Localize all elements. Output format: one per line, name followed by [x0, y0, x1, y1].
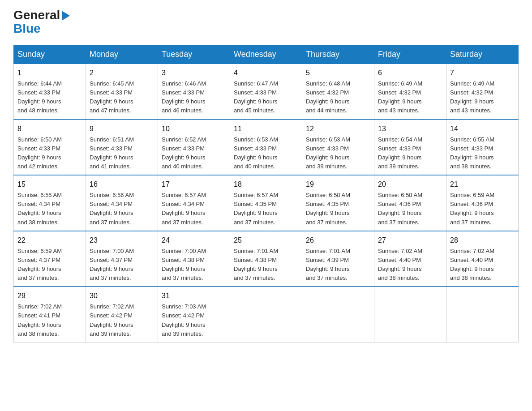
day-info: Sunrise: 6:59 AMSunset: 4:36 PMDaylight:… [450, 191, 515, 227]
calendar-cell: 9Sunrise: 6:51 AMSunset: 4:33 PMDaylight… [86, 120, 158, 176]
day-info: Sunrise: 6:44 AMSunset: 4:33 PMDaylight:… [17, 79, 82, 116]
day-number: 1 [17, 68, 82, 78]
day-info: Sunrise: 7:02 AMSunset: 4:41 PMDaylight:… [17, 302, 82, 338]
weekday-header-saturday: Saturday [446, 45, 519, 64]
calendar-cell [302, 287, 374, 342]
day-info: Sunrise: 6:51 AMSunset: 4:33 PMDaylight:… [90, 135, 154, 171]
calendar-cell: 26Sunrise: 7:01 AMSunset: 4:39 PMDayligh… [302, 231, 374, 287]
day-info: Sunrise: 7:01 AMSunset: 4:38 PMDaylight:… [234, 247, 298, 283]
day-info: Sunrise: 7:02 AMSunset: 4:42 PMDaylight:… [90, 302, 154, 338]
calendar-cell: 28Sunrise: 7:02 AMSunset: 4:40 PMDayligh… [446, 231, 519, 287]
day-number: 10 [162, 124, 226, 134]
calendar-cell: 8Sunrise: 6:50 AMSunset: 4:33 PMDaylight… [14, 120, 86, 176]
day-number: 2 [90, 68, 154, 78]
day-number: 19 [306, 179, 370, 190]
day-number: 14 [450, 124, 515, 134]
day-number: 25 [234, 235, 298, 246]
day-info: Sunrise: 6:57 AMSunset: 4:34 PMDaylight:… [162, 191, 226, 227]
day-number: 29 [17, 291, 82, 301]
calendar-cell: 12Sunrise: 6:53 AMSunset: 4:33 PMDayligh… [302, 120, 374, 176]
calendar-cell: 15Sunrise: 6:55 AMSunset: 4:34 PMDayligh… [14, 175, 86, 231]
day-info: Sunrise: 7:00 AMSunset: 4:38 PMDaylight:… [162, 247, 226, 283]
calendar-cell: 4Sunrise: 6:47 AMSunset: 4:33 PMDaylight… [230, 64, 302, 120]
day-info: Sunrise: 6:49 AMSunset: 4:32 PMDaylight:… [378, 79, 442, 116]
weekday-header-thursday: Thursday [302, 45, 374, 64]
day-info: Sunrise: 6:45 AMSunset: 4:33 PMDaylight:… [90, 79, 154, 116]
day-number: 16 [90, 179, 154, 190]
calendar-cell [446, 287, 519, 342]
day-number: 30 [90, 291, 154, 301]
calendar-cell: 31Sunrise: 7:03 AMSunset: 4:42 PMDayligh… [158, 287, 230, 342]
day-number: 23 [90, 235, 154, 246]
calendar-cell [230, 287, 302, 342]
day-number: 17 [162, 179, 226, 190]
day-info: Sunrise: 6:50 AMSunset: 4:33 PMDaylight:… [17, 135, 82, 171]
day-info: Sunrise: 6:53 AMSunset: 4:33 PMDaylight:… [306, 135, 370, 171]
day-number: 6 [378, 68, 442, 78]
day-number: 12 [306, 124, 370, 134]
logo: General Blue [13, 9, 70, 36]
day-info: Sunrise: 7:00 AMSunset: 4:37 PMDaylight:… [90, 247, 154, 283]
day-info: Sunrise: 6:59 AMSunset: 4:37 PMDaylight:… [17, 247, 82, 283]
day-number: 18 [234, 179, 298, 190]
calendar-cell: 16Sunrise: 6:56 AMSunset: 4:34 PMDayligh… [86, 175, 158, 231]
day-info: Sunrise: 6:57 AMSunset: 4:35 PMDaylight:… [234, 191, 298, 227]
day-number: 3 [162, 68, 226, 78]
calendar-cell: 22Sunrise: 6:59 AMSunset: 4:37 PMDayligh… [14, 231, 86, 287]
calendar-week-3: 15Sunrise: 6:55 AMSunset: 4:34 PMDayligh… [14, 175, 519, 231]
calendar-cell: 3Sunrise: 6:46 AMSunset: 4:33 PMDaylight… [158, 64, 230, 120]
calendar-cell: 14Sunrise: 6:55 AMSunset: 4:33 PMDayligh… [446, 120, 519, 176]
day-info: Sunrise: 6:46 AMSunset: 4:33 PMDaylight:… [162, 79, 226, 116]
calendar-cell: 7Sunrise: 6:49 AMSunset: 4:32 PMDaylight… [446, 64, 519, 120]
day-info: Sunrise: 6:52 AMSunset: 4:33 PMDaylight:… [162, 135, 226, 171]
day-info: Sunrise: 6:56 AMSunset: 4:34 PMDaylight:… [90, 191, 154, 227]
day-number: 26 [306, 235, 370, 246]
day-number: 15 [17, 179, 82, 190]
day-info: Sunrise: 6:53 AMSunset: 4:33 PMDaylight:… [234, 135, 298, 171]
day-number: 28 [450, 235, 515, 246]
calendar-cell: 2Sunrise: 6:45 AMSunset: 4:33 PMDaylight… [86, 64, 158, 120]
day-number: 8 [17, 124, 82, 134]
day-info: Sunrise: 7:02 AMSunset: 4:40 PMDaylight:… [378, 247, 442, 283]
calendar-cell: 1Sunrise: 6:44 AMSunset: 4:33 PMDaylight… [14, 64, 86, 120]
calendar-cell [374, 287, 446, 342]
calendar-cell: 17Sunrise: 6:57 AMSunset: 4:34 PMDayligh… [158, 175, 230, 231]
calendar-cell: 13Sunrise: 6:54 AMSunset: 4:33 PMDayligh… [374, 120, 446, 176]
day-number: 9 [90, 124, 154, 134]
calendar-week-2: 8Sunrise: 6:50 AMSunset: 4:33 PMDaylight… [14, 120, 519, 176]
calendar-cell: 27Sunrise: 7:02 AMSunset: 4:40 PMDayligh… [374, 231, 446, 287]
day-info: Sunrise: 6:55 AMSunset: 4:33 PMDaylight:… [450, 135, 515, 171]
calendar-week-5: 29Sunrise: 7:02 AMSunset: 4:41 PMDayligh… [14, 287, 519, 342]
weekday-header-friday: Friday [374, 45, 446, 64]
logo-blue: Blue [13, 21, 41, 35]
calendar-cell: 20Sunrise: 6:58 AMSunset: 4:36 PMDayligh… [374, 175, 446, 231]
weekday-header-sunday: Sunday [14, 45, 86, 64]
calendar-cell: 6Sunrise: 6:49 AMSunset: 4:32 PMDaylight… [374, 64, 446, 120]
calendar-cell: 25Sunrise: 7:01 AMSunset: 4:38 PMDayligh… [230, 231, 302, 287]
day-number: 11 [234, 124, 298, 134]
calendar-week-4: 22Sunrise: 6:59 AMSunset: 4:37 PMDayligh… [14, 231, 519, 287]
day-number: 5 [306, 68, 370, 78]
calendar-cell: 29Sunrise: 7:02 AMSunset: 4:41 PMDayligh… [14, 287, 86, 342]
calendar-cell: 11Sunrise: 6:53 AMSunset: 4:33 PMDayligh… [230, 120, 302, 176]
calendar-cell: 5Sunrise: 6:48 AMSunset: 4:32 PMDaylight… [302, 64, 374, 120]
calendar-cell: 18Sunrise: 6:57 AMSunset: 4:35 PMDayligh… [230, 175, 302, 231]
calendar-cell: 10Sunrise: 6:52 AMSunset: 4:33 PMDayligh… [158, 120, 230, 176]
calendar-header-row: SundayMondayTuesdayWednesdayThursdayFrid… [14, 45, 519, 64]
logo-arrow-icon [62, 11, 70, 21]
day-number: 4 [234, 68, 298, 78]
day-info: Sunrise: 7:02 AMSunset: 4:40 PMDaylight:… [450, 247, 515, 283]
weekday-header-monday: Monday [86, 45, 158, 64]
day-info: Sunrise: 6:58 AMSunset: 4:36 PMDaylight:… [378, 191, 442, 227]
calendar-cell: 24Sunrise: 7:00 AMSunset: 4:38 PMDayligh… [158, 231, 230, 287]
day-number: 31 [162, 291, 226, 301]
calendar-cell: 21Sunrise: 6:59 AMSunset: 4:36 PMDayligh… [446, 175, 519, 231]
day-info: Sunrise: 7:03 AMSunset: 4:42 PMDaylight:… [162, 302, 226, 338]
day-number: 20 [378, 179, 442, 190]
calendar-table: SundayMondayTuesdayWednesdayThursdayFrid… [13, 45, 519, 342]
day-number: 21 [450, 179, 515, 190]
weekday-header-wednesday: Wednesday [230, 45, 302, 64]
day-info: Sunrise: 6:55 AMSunset: 4:34 PMDaylight:… [17, 191, 82, 227]
day-number: 24 [162, 235, 226, 246]
day-info: Sunrise: 6:49 AMSunset: 4:32 PMDaylight:… [450, 79, 515, 116]
